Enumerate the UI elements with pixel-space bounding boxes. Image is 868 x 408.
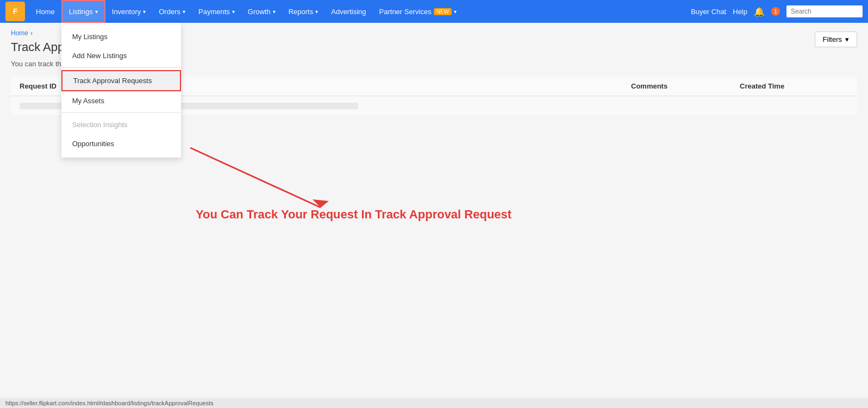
top-navigation: F Home Listings ▾ My Listings Add New Li…	[0, 0, 868, 23]
status-bar: https://seller.flipkart.com/index.html#d…	[0, 398, 868, 408]
buyer-chat-link[interactable]: Buyer Chat	[691, 8, 726, 16]
dropdown-selection-insights: Selection Insights	[61, 115, 181, 134]
nav-items: Home Listings ▾ My Listings Add New List…	[29, 0, 691, 23]
dropdown-track-approval-requests[interactable]: Track Approval Requests	[61, 70, 181, 91]
nav-orders[interactable]: Orders ▾	[152, 0, 192, 23]
nav-payments[interactable]: Payments ▾	[192, 0, 241, 23]
app-logo: F	[5, 2, 25, 21]
nav-right: Buyer Chat Help 🔔 1	[691, 5, 863, 17]
nav-reports[interactable]: Reports ▾	[282, 0, 325, 23]
svg-line-2	[190, 148, 321, 208]
reports-chevron-icon: ▾	[315, 9, 318, 15]
dropdown-divider-2	[61, 112, 181, 113]
svg-text:F: F	[13, 7, 18, 16]
dropdown-divider-1	[61, 67, 181, 68]
annotation-arrow-icon	[163, 142, 337, 213]
nav-growth[interactable]: Growth ▾	[241, 0, 282, 23]
filters-chevron-icon: ▾	[845, 35, 849, 43]
placeholder-request-id	[20, 103, 65, 109]
svg-marker-3	[313, 199, 329, 208]
new-badge: NEW	[434, 8, 452, 15]
nav-advertising[interactable]: Advertising	[324, 0, 372, 23]
cell-created-time	[740, 103, 848, 109]
nav-listings-wrapper: Listings ▾ My Listings Add New Listings …	[61, 0, 105, 23]
col-comments: Comments	[631, 82, 740, 90]
inventory-chevron-icon: ▾	[143, 9, 146, 15]
filters-button[interactable]: Filters ▾	[815, 32, 857, 47]
notification-count-badge: 1	[771, 7, 780, 16]
listings-dropdown: My Listings Add New Listings Track Appro…	[61, 23, 181, 158]
col-created-time: Created Time	[740, 82, 848, 90]
dropdown-my-assets[interactable]: My Assets	[61, 91, 181, 110]
nav-home[interactable]: Home	[29, 0, 61, 23]
listings-chevron-icon: ▾	[95, 9, 98, 15]
notification-bell-icon[interactable]: 🔔	[754, 7, 765, 17]
payments-chevron-icon: ▾	[232, 9, 235, 15]
annotation-text: You Can Track Your Request In Track Appr…	[196, 208, 511, 222]
orders-chevron-icon: ▾	[183, 9, 185, 15]
growth-chevron-icon: ▾	[273, 9, 276, 15]
nav-inventory[interactable]: Inventory ▾	[105, 0, 152, 23]
search-input[interactable]	[786, 5, 863, 17]
dropdown-my-listings[interactable]: My Listings	[61, 27, 181, 46]
help-link[interactable]: Help	[733, 8, 747, 16]
partner-chevron-icon: ▾	[454, 9, 457, 15]
breadcrumb-separator: ›	[30, 29, 33, 37]
cell-comments	[631, 103, 740, 109]
dropdown-opportunities[interactable]: Opportunities	[61, 134, 181, 153]
nav-partner-services[interactable]: Partner Services NEW ▾	[373, 0, 463, 23]
breadcrumb-home[interactable]: Home	[11, 29, 28, 37]
nav-listings[interactable]: Listings ▾	[61, 0, 105, 23]
dropdown-add-new-listings[interactable]: Add New Listings	[61, 46, 181, 65]
